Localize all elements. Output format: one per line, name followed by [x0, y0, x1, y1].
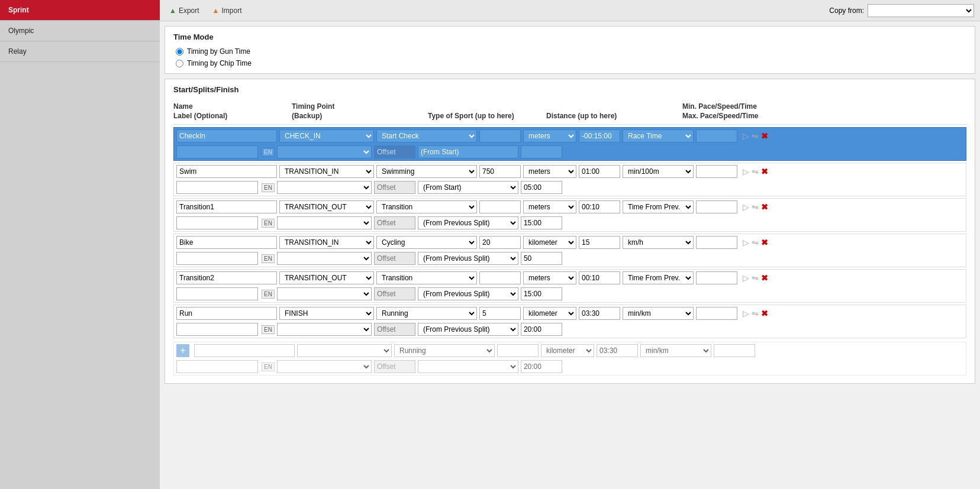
template-pace-min-input[interactable] [597, 344, 638, 357]
template-name-input[interactable] [194, 344, 295, 357]
bike-pace-unit-select[interactable]: km/h [623, 236, 694, 249]
bike-from-select[interactable]: (From Previous Split) [418, 252, 518, 265]
t2-pace-unit-select[interactable]: Time From Prev. Split [623, 271, 694, 284]
swim-sport-select[interactable]: Swimming [376, 165, 477, 178]
template-sport-select[interactable]: Running [394, 344, 495, 357]
sidebar-item-olympic[interactable]: Olympic [0, 21, 160, 41]
t2-label-input[interactable] [176, 287, 258, 300]
t1-delete-btn[interactable]: ✖ [760, 202, 769, 212]
t2-name-input[interactable] [176, 271, 277, 284]
run-pace-min-input[interactable] [579, 307, 620, 320]
t1-move-btn[interactable]: ⇋ [751, 202, 759, 212]
t2-copy-btn[interactable]: ▷ [742, 273, 750, 283]
checkin-pace-unit-select[interactable]: Race Time [623, 129, 694, 143]
run-move-btn[interactable]: ⇋ [751, 308, 759, 319]
t1-sport-select[interactable]: Transition [376, 200, 477, 213]
t2-pace-min-input[interactable] [579, 271, 620, 284]
run-name-input[interactable] [176, 307, 277, 320]
run-timing-select[interactable]: FINISH [279, 307, 374, 320]
template-pace-max2-input[interactable] [521, 360, 562, 373]
checkin-pace-max-input[interactable] [696, 129, 737, 143]
t2-dist-val-input[interactable] [479, 271, 521, 284]
swim-name-input[interactable] [176, 165, 277, 178]
t2-offset-input[interactable] [374, 287, 415, 300]
run-pace-max2-input[interactable] [521, 323, 562, 336]
bike-name-input[interactable] [176, 236, 277, 249]
swim-copy-btn[interactable]: ▷ [742, 166, 750, 177]
bike-copy-btn[interactable]: ▷ [742, 237, 750, 248]
checkin-copy-btn[interactable]: ▷ [742, 131, 750, 141]
template-timing-select[interactable] [297, 344, 392, 357]
checkin-offset-input[interactable] [374, 145, 415, 158]
sidebar-item-relay[interactable]: Relay [0, 41, 160, 62]
t1-pace-min-input[interactable] [579, 200, 620, 213]
swim-dist-val-input[interactable] [479, 165, 521, 178]
export-button[interactable]: ▲ Export [166, 5, 203, 16]
gun-time-option[interactable]: Timing by Gun Time [176, 47, 966, 56]
swim-pace-max-input[interactable] [696, 165, 737, 178]
bike-label-input[interactable] [176, 252, 258, 265]
swim-move-btn[interactable]: ⇋ [751, 166, 759, 177]
t1-pace-max2-input[interactable] [521, 216, 562, 229]
swim-offset-input[interactable] [374, 181, 415, 194]
swim-pace-max2-input[interactable] [521, 181, 562, 194]
t2-delete-btn[interactable]: ✖ [760, 273, 769, 283]
swim-from-select[interactable]: (From Start) [418, 181, 518, 194]
t1-dist-unit-select[interactable]: meters [523, 200, 576, 213]
checkin-label-input[interactable] [176, 145, 258, 158]
bike-delete-btn[interactable]: ✖ [760, 237, 769, 248]
t1-pace-unit-select[interactable]: Time From Prev. Split [623, 200, 694, 213]
swim-pace-unit-select[interactable]: min/100m [623, 165, 694, 178]
t1-timing-select[interactable]: TRANSITION_OUT [279, 200, 374, 213]
bike-backup-select[interactable] [277, 252, 372, 265]
t2-sport-select[interactable]: Transition [376, 271, 477, 284]
t1-pace-max-input[interactable] [696, 200, 737, 213]
run-pace-max-input[interactable] [696, 307, 737, 320]
run-sport-select[interactable]: Running [376, 307, 477, 320]
run-copy-btn[interactable]: ▷ [742, 308, 750, 319]
bike-offset-input[interactable] [374, 252, 415, 265]
t1-from-select[interactable]: (From Previous Split) [418, 216, 518, 229]
t1-copy-btn[interactable]: ▷ [742, 202, 750, 212]
swim-timing-select[interactable]: TRANSITION_IN [279, 165, 374, 178]
template-label-input[interactable] [176, 360, 258, 373]
template-dist-val-input[interactable] [497, 344, 539, 357]
chip-time-option[interactable]: Timing by Chip Time [176, 59, 966, 67]
checkin-pace-min-input[interactable] [579, 129, 620, 143]
bike-move-btn[interactable]: ⇋ [751, 237, 759, 248]
bike-dist-unit-select[interactable]: kilometer [523, 236, 576, 249]
run-dist-val-input[interactable] [479, 307, 521, 320]
bike-pace-min-input[interactable] [579, 236, 620, 249]
chip-time-radio[interactable] [176, 60, 183, 67]
t2-pace-max-input[interactable] [696, 271, 737, 284]
template-pace-max-input[interactable] [714, 344, 755, 357]
copy-from-select[interactable] [868, 4, 974, 17]
run-from-select[interactable]: (From Previous Split) [418, 323, 518, 336]
checkin-move-btn[interactable]: ⇋ [751, 131, 759, 141]
template-backup-select[interactable] [277, 360, 372, 373]
checkin-pace-max2-input[interactable] [521, 145, 562, 158]
checkin-backup-select[interactable] [277, 145, 372, 158]
checkin-dist-unit-select[interactable]: meters [523, 129, 576, 143]
bike-timing-select[interactable]: TRANSITION_IN [279, 236, 374, 249]
template-from-select[interactable] [418, 360, 518, 373]
run-backup-select[interactable] [277, 323, 372, 336]
run-label-input[interactable] [176, 323, 258, 336]
checkin-timing-select[interactable]: CHECK_IN [279, 129, 374, 143]
t1-label-input[interactable] [176, 216, 258, 229]
template-offset-input[interactable] [374, 360, 415, 373]
checkin-delete-btn[interactable]: ✖ [760, 131, 769, 141]
bike-pace-max-input[interactable] [696, 236, 737, 249]
run-offset-input[interactable] [374, 323, 415, 336]
swim-label-input[interactable] [176, 181, 258, 194]
t2-from-select[interactable]: (From Previous Split) [418, 287, 518, 300]
checkin-name-input[interactable] [176, 129, 277, 143]
checkin-sport-select[interactable]: Start Check [376, 129, 477, 143]
swim-delete-btn[interactable]: ✖ [760, 166, 769, 177]
template-dist-unit-select[interactable]: kilometer [541, 344, 594, 357]
t1-dist-val-input[interactable] [479, 200, 521, 213]
run-delete-btn[interactable]: ✖ [760, 308, 769, 319]
t2-timing-select[interactable]: TRANSITION_OUT [279, 271, 374, 284]
swim-dist-unit-select[interactable]: meters [523, 165, 576, 178]
template-pace-unit-select[interactable]: min/km [640, 344, 711, 357]
